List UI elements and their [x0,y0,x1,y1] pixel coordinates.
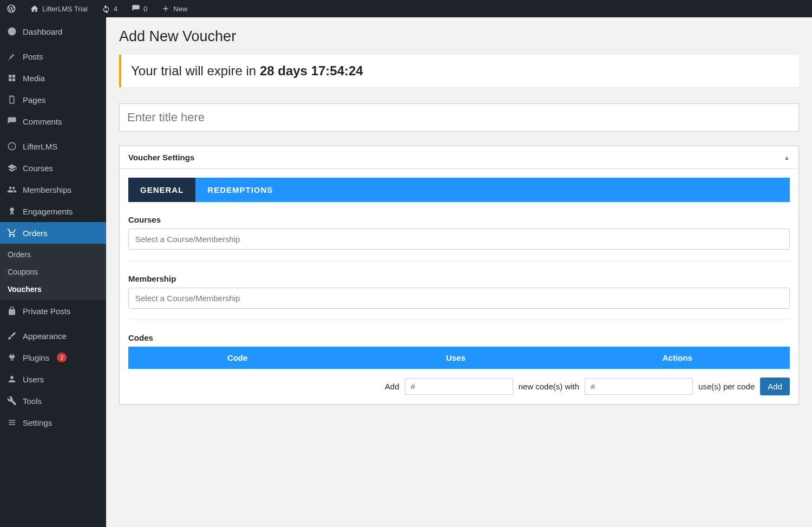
sidebar-item-label: Settings [23,418,52,427]
plugin-icon [6,352,17,363]
dashboard-icon [6,26,17,37]
sidebar-item-posts[interactable]: Posts [0,45,106,67]
new-codes-with-label: new code(s) with [519,382,580,391]
sidebar-item-label: Tools [23,396,42,406]
new-label: New [173,5,187,13]
comments-count: 0 [143,5,147,13]
courses-select[interactable]: Select a Course/Membership [128,229,790,250]
comment-icon [132,4,140,13]
plus-icon [161,4,170,13]
sidebar-item-label: Private Posts [23,307,70,316]
new-content-link[interactable]: New [158,4,191,13]
sidebar-item-label: Memberships [23,185,71,194]
svg-text:i: i [11,144,12,149]
membership-label: Membership [128,274,790,283]
sidebar-item-label: Plugins [23,353,49,362]
sidebar-item-label: LifterLMS [23,142,57,151]
codes-table: Code Uses Actions [128,347,790,369]
sidebar-item-comments[interactable]: Comments [0,110,106,132]
sidebar-item-plugins[interactable]: Plugins 2 [0,347,106,368]
submenu-item-coupons[interactable]: Coupons [0,263,106,281]
tab-general[interactable]: GENERAL [128,178,195,202]
codes-label: Codes [128,333,790,342]
sidebar-item-lifterlms[interactable]: i LifterLMS [0,135,106,157]
sidebar-item-settings[interactable]: Settings [0,412,106,433]
sidebar-item-label: Courses [23,164,53,173]
orders-submenu: Orders Coupons Vouchers [0,244,106,300]
wrench-icon [6,395,17,406]
updates-count: 4 [114,5,117,13]
user-icon [6,374,17,385]
submenu-item-vouchers[interactable]: Vouchers [0,281,106,298]
sidebar-item-appearance[interactable]: Appearance [0,325,106,347]
sidebar-item-label: Media [23,74,45,83]
brush-icon [6,330,17,341]
settings-icon [6,417,17,428]
codes-footer: Add new code(s) with use(s) per code Add [128,369,790,395]
sidebar-item-label: Posts [23,52,43,61]
metabox-title: Voucher Settings [128,153,194,162]
sidebar-item-courses[interactable]: Courses [0,157,106,179]
trial-prefix: Your trial will expire in [131,63,260,78]
lock-icon [6,305,17,316]
graduation-cap-icon [6,162,17,173]
sidebar-item-users[interactable]: Users [0,368,106,390]
codes-col-uses: Uses [346,347,565,369]
main-content: Add New Voucher Your trial will expire i… [106,17,812,527]
tab-bar: GENERAL REDEMPTIONS [128,178,790,202]
admin-bar: LifterLMS Trial 4 0 New [0,0,812,17]
sidebar-item-label: Users [23,375,44,384]
add-button[interactable]: Add [760,378,790,395]
courses-label: Courses [128,215,790,224]
admin-sidebar: Dashboard Posts Media Pages Comments i L… [0,17,106,527]
codes-col-code: Code [128,347,346,369]
comment-icon [6,116,17,127]
sidebar-item-dashboard[interactable]: Dashboard [0,21,106,42]
collapse-icon[interactable]: ▲ [784,154,790,161]
num-codes-input[interactable] [405,378,513,395]
site-name: LifterLMS Trial [42,5,88,13]
trial-notice: Your trial will expire in 28 days 17:54:… [119,55,799,87]
sidebar-item-orders[interactable]: Orders [0,222,106,244]
page-title: Add New Voucher [119,28,799,45]
sidebar-item-label: Appearance [23,331,67,341]
comments-link[interactable]: 0 [128,4,150,13]
voucher-settings-box: Voucher Settings ▲ GENERAL REDEMPTIONS C… [119,146,799,405]
codes-col-actions: Actions [565,347,790,369]
voucher-title-input[interactable] [119,103,799,132]
svg-point-2 [10,207,14,212]
updates-link[interactable]: 4 [99,4,121,13]
uses-per-code-input[interactable] [585,378,693,395]
cart-icon [6,227,17,238]
metabox-header[interactable]: Voucher Settings ▲ [120,146,798,169]
wp-logo[interactable] [3,4,19,14]
sidebar-item-tools[interactable]: Tools [0,390,106,412]
trial-countdown: 28 days 17:54:24 [260,63,363,78]
sidebar-item-media[interactable]: Media [0,67,106,89]
pin-icon [6,51,17,62]
sidebar-item-label: Pages [23,95,46,105]
sidebar-item-label: Dashboard [23,27,62,36]
media-icon [6,73,17,83]
membership-select[interactable]: Select a Course/Membership [128,288,790,309]
update-icon [102,4,110,13]
sidebar-item-memberships[interactable]: Memberships [0,179,106,200]
tab-redemptions[interactable]: REDEMPTIONS [195,178,285,202]
add-label: Add [385,382,400,391]
sidebar-item-pages[interactable]: Pages [0,89,106,110]
site-name-link[interactable]: LifterLMS Trial [27,4,91,13]
sidebar-item-label: Engagements [23,207,73,216]
sidebar-item-label: Comments [23,117,62,126]
submenu-item-orders[interactable]: Orders [0,246,106,263]
plugins-update-badge: 2 [57,353,67,362]
page-icon [6,94,17,105]
group-icon [6,184,17,195]
sidebar-item-engagements[interactable]: Engagements [0,200,106,222]
wordpress-icon [6,4,16,14]
home-icon [30,4,39,13]
sidebar-item-private-posts[interactable]: Private Posts [0,300,106,322]
lifterlms-icon: i [6,141,17,152]
uses-per-code-label: use(s) per code [698,382,755,391]
sidebar-item-label: Orders [23,229,48,238]
award-icon [6,206,17,217]
